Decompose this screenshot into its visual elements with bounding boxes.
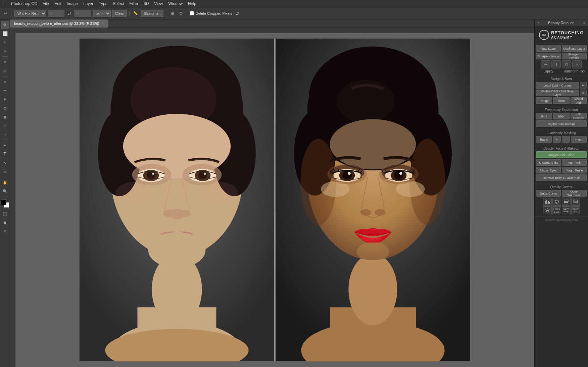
- global-db-icon[interactable]: ✏: [580, 90, 587, 96]
- tool-pen[interactable]: ✒: [1, 141, 9, 149]
- magic-eyes-button[interactable]: Magic Eyes: [536, 167, 561, 173]
- menu-type[interactable]: Type: [96, 0, 110, 7]
- save-as-btn[interactable]: SAVE AS: [571, 206, 580, 214]
- tool-eraser[interactable]: ◻: [1, 104, 9, 112]
- basic-button[interactable]: Basic: [536, 136, 552, 143]
- size-120-btn[interactable]: 120% SIZE: [552, 206, 561, 214]
- swap-dimensions-icon[interactable]: ⇄: [66, 10, 73, 17]
- tool-lasso[interactable]: ⌖: [1, 38, 9, 46]
- svg-point-65: [360, 209, 371, 216]
- width-input[interactable]: [48, 10, 64, 17]
- tool-hand[interactable]: ✋: [1, 178, 9, 187]
- minus-button[interactable]: -: [562, 136, 570, 143]
- foreground-color-swatch[interactable]: [1, 200, 6, 205]
- size-preset-dropdown[interactable]: W x H x Re...: [14, 10, 46, 17]
- delete-cropped-checkbox[interactable]: [190, 11, 194, 15]
- histogram-btn-1[interactable]: [543, 198, 552, 206]
- merge-down-btn[interactable]: [562, 198, 571, 206]
- save-web-btn[interactable]: SAVE WEB: [562, 206, 571, 214]
- sharpen-buttons-row: Sharpen Image Sharpen Details: [536, 53, 587, 59]
- tool-crop[interactable]: ⌗: [1, 58, 9, 66]
- reset-icon[interactable]: ↺: [234, 10, 241, 17]
- tool-shape[interactable]: ▭: [1, 167, 9, 175]
- tool-zoom[interactable]: 🔍: [1, 187, 9, 195]
- anti-pink-button[interactable]: Anti-Pink: [562, 159, 587, 166]
- quick-mask-btn[interactable]: ⬚: [1, 210, 9, 218]
- sharpen-image-button[interactable]: Sharpen Image: [536, 53, 561, 59]
- unit-dropdown[interactable]: px/in: [93, 10, 111, 17]
- menu-filter[interactable]: Filter: [127, 0, 141, 7]
- flatten-btn[interactable]: [571, 198, 580, 206]
- histogram-btn-2[interactable]: [552, 198, 561, 206]
- tool-spot-heal[interactable]: ⊕: [1, 78, 9, 86]
- after-photo-svg: [276, 39, 470, 361]
- burn-button[interactable]: Burn: [553, 97, 569, 104]
- menu-edit[interactable]: Edit: [52, 0, 64, 7]
- tool-brush[interactable]: ✏: [1, 87, 9, 95]
- panel-collapse-icon[interactable]: ×: [537, 21, 539, 25]
- tool-eyedropper[interactable]: 🖊: [1, 67, 9, 75]
- delete-cropped-label[interactable]: Delete Cropped Pixels: [190, 11, 232, 15]
- straighten-icon[interactable]: 📏: [132, 10, 139, 17]
- liquify-pencil-icon[interactable]: ✏: [541, 60, 550, 68]
- plus-button[interactable]: +: [553, 136, 561, 143]
- settings-icon[interactable]: ⚙: [177, 10, 185, 17]
- menu-file[interactable]: File: [40, 0, 52, 7]
- layers-btn[interactable]: [543, 206, 552, 214]
- local-db-button[interactable]: Local D&B - Curves: [536, 82, 579, 89]
- screen-mode-btn[interactable]: ▣: [1, 218, 9, 226]
- tool-magic-wand[interactable]: ✦: [1, 47, 9, 55]
- canvas-tab-main[interactable]: beauty_retouch_before_after.psd @ 33.3% …: [10, 19, 108, 28]
- color-swatches[interactable]: [1, 200, 9, 208]
- tool-select-rect[interactable]: ⬜: [1, 30, 9, 38]
- solar-curve-button[interactable]: Solar Curve: [536, 190, 561, 197]
- face-makeup-section: Beauty: Face & Makeup Magical Skin Tone …: [535, 145, 588, 184]
- circle-tool-icon[interactable]: ○: [572, 60, 582, 68]
- change-screen-btn[interactable]: ⊟: [1, 227, 9, 235]
- remove-hair-button[interactable]: Remove Body & Facial Hair: [536, 174, 587, 181]
- menu-layer[interactable]: Layer: [81, 0, 96, 7]
- new-layer-button[interactable]: New Layer: [536, 45, 561, 52]
- tool-clone[interactable]: ⎘: [1, 95, 9, 103]
- clear-button[interactable]: Clear: [112, 10, 127, 17]
- tool-path-select[interactable]: ↖: [1, 159, 9, 167]
- sixteen-bit-button[interactable]: 16-bit: [553, 113, 569, 119]
- menu-window[interactable]: Window: [165, 0, 185, 7]
- tab-close-icon[interactable]: ×: [102, 21, 104, 25]
- warp-icon[interactable]: ⌇: [551, 60, 561, 68]
- local-db-icon[interactable]: ✏: [580, 82, 587, 89]
- menu-help[interactable]: Help: [185, 0, 199, 7]
- grid-icon[interactable]: ⊞: [168, 10, 176, 17]
- eraser-tool-icon[interactable]: ◻: [562, 60, 571, 68]
- menu-app-name[interactable]: Photoshop CC: [8, 0, 40, 7]
- tool-blur[interactable]: ◌: [1, 121, 9, 129]
- hp-custom-button[interactable]: HP Custom: [571, 113, 587, 119]
- tool-dodge[interactable]: ○: [1, 130, 9, 138]
- panel-menu-icon[interactable]: ≡: [583, 21, 585, 25]
- tool-move[interactable]: ✥: [1, 21, 9, 29]
- menu-view[interactable]: View: [152, 0, 166, 7]
- over-saturation-button[interactable]: Over-Saturation: [562, 190, 587, 197]
- height-input[interactable]: [75, 10, 91, 17]
- duplicate-layer-button[interactable]: Duplicate Layer: [562, 45, 587, 52]
- crop-tool-icon[interactable]: ✂: [2, 10, 9, 17]
- dodge-button[interactable]: Dodge: [536, 97, 552, 104]
- glowing-antipink-row: Glowing Skin Anti-Pink: [536, 159, 587, 166]
- global-db-button[interactable]: Global D&B - Mid Gray Layer: [536, 90, 579, 96]
- sharpen-details-button[interactable]: Sharpen Details: [562, 53, 587, 59]
- svg-rect-69: [545, 201, 546, 204]
- tool-type[interactable]: T: [1, 150, 9, 158]
- menu-3d[interactable]: 3D: [141, 0, 151, 7]
- magical-skin-button[interactable]: Magical Skin Tone: [536, 151, 587, 158]
- invert-button[interactable]: Invert: [571, 136, 587, 143]
- visual-aid-button[interactable]: Visual Aid: [571, 97, 587, 104]
- menu-select[interactable]: Select: [110, 0, 127, 7]
- eight-bit-button[interactable]: 8-bit: [536, 113, 552, 119]
- magic-smile-button[interactable]: Magic Smile: [562, 167, 587, 173]
- luminosity-title: Luminosity Masking: [536, 131, 587, 135]
- tool-gradient[interactable]: ▦: [1, 113, 9, 121]
- menu-image[interactable]: Image: [64, 0, 81, 7]
- glowing-skin-button[interactable]: Glowing Skin: [536, 159, 561, 166]
- straighten-button[interactable]: Straighten: [141, 10, 163, 17]
- digital-skin-button[interactable]: Digital Skin Texture: [536, 120, 587, 127]
